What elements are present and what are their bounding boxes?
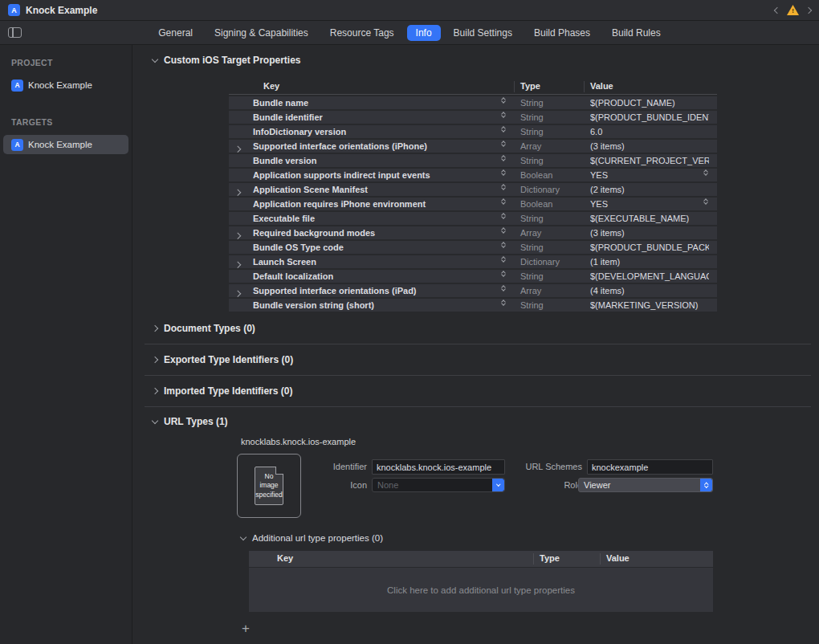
key-stepper-icon[interactable] (502, 257, 505, 262)
property-type[interactable]: String (520, 214, 544, 223)
table-row[interactable]: Bundle OS Type codeString$(PRODUCT_BUNDL… (229, 241, 717, 254)
key-stepper-icon[interactable] (502, 141, 505, 146)
property-type[interactable]: Dictionary (520, 185, 560, 194)
value-stepper-icon[interactable] (704, 170, 707, 175)
property-type[interactable]: String (520, 98, 544, 108)
table-row[interactable]: Application requires iPhone environmentB… (229, 198, 717, 210)
property-value[interactable]: $(PRODUCT_BUNDLE_IDENT (590, 112, 709, 122)
value-stepper-icon[interactable] (704, 199, 707, 204)
section-title: URL Types (1) (164, 416, 228, 427)
table-row[interactable]: Bundle nameString$(PRODUCT_NAME) (229, 96, 717, 109)
property-value[interactable]: (3 items) (590, 228, 709, 238)
key-stepper-icon[interactable] (502, 98, 505, 103)
property-value[interactable]: $(PRODUCT_BUNDLE_PACKA (590, 243, 709, 252)
key-stepper-icon[interactable] (502, 170, 505, 175)
table-row[interactable]: Bundle versionString$(CURRENT_PROJECT_VE… (229, 154, 717, 167)
disclosure-icon[interactable] (235, 186, 240, 196)
icon-dropdown[interactable]: None (372, 478, 505, 492)
property-value[interactable]: $(CURRENT_PROJECT_VERS (590, 156, 709, 165)
table-row[interactable]: Supported interface orientations (iPhone… (229, 140, 717, 153)
property-value[interactable]: $(EXECUTABLE_NAME) (590, 214, 709, 223)
warning-icon[interactable]: ! (787, 5, 799, 15)
table-row[interactable]: Required background modesArray(3 items) (229, 226, 717, 239)
table-row[interactable]: Bundle identifierString$(PRODUCT_BUNDLE_… (229, 111, 717, 124)
sidebar-toggle-icon[interactable] (8, 27, 22, 38)
property-type[interactable]: String (520, 271, 544, 281)
key-stepper-icon[interactable] (502, 286, 505, 291)
tab-build-rules[interactable]: Build Rules (603, 25, 670, 41)
property-value[interactable]: $(MARKETING_VERSION) (590, 300, 709, 310)
section-exported-type-identifiers[interactable]: Exported Type Identifiers (0) (145, 344, 811, 376)
property-type[interactable]: Array (520, 286, 541, 296)
property-type[interactable]: String (520, 156, 544, 165)
property-value[interactable]: (1 item) (590, 257, 709, 267)
property-type[interactable]: String (520, 127, 544, 137)
property-type[interactable]: String (520, 300, 544, 310)
identifier-field[interactable] (372, 459, 505, 475)
key-stepper-icon[interactable] (502, 214, 505, 218)
image-placeholder-text: No image specified (238, 454, 300, 517)
property-value[interactable]: (4 items) (590, 286, 709, 296)
section-imported-type-identifiers[interactable]: Imported Type Identifiers (0) (145, 376, 811, 407)
section-title: Imported Type Identifiers (0) (164, 385, 292, 397)
tab-general[interactable]: General (149, 25, 202, 41)
column-header-value: Value (590, 81, 613, 91)
tab-build-settings[interactable]: Build Settings (445, 25, 521, 41)
key-stepper-icon[interactable] (502, 156, 505, 161)
section-url-types-header[interactable]: URL Types (1) (153, 415, 819, 428)
key-stepper-icon[interactable] (502, 228, 505, 233)
disclosure-icon[interactable] (235, 287, 240, 297)
disclosure-icon[interactable] (235, 230, 240, 239)
add-property-area[interactable]: Click here to add additional url type pr… (249, 568, 713, 612)
table-row[interactable]: Supported interface orientations (iPad)A… (229, 284, 717, 297)
property-value[interactable]: $(PRODUCT_NAME) (590, 98, 709, 108)
table-row[interactable]: Default localizationString$(DEVELOPMENT_… (229, 270, 717, 283)
section-custom-props-header[interactable]: Custom iOS Target Properties (153, 54, 819, 67)
property-value[interactable]: (3 items) (590, 141, 709, 151)
table-row[interactable]: Executable fileString$(EXECUTABLE_NAME) (229, 212, 717, 225)
disclosure-icon[interactable] (235, 259, 240, 268)
project-icon: A (11, 79, 23, 92)
back-icon[interactable] (775, 8, 780, 13)
url-schemes-field[interactable] (587, 459, 713, 475)
tab-signing-capabilities[interactable]: Signing & Capabilities (206, 25, 317, 41)
key-stepper-icon[interactable] (502, 271, 505, 276)
table-row[interactable]: Application supports indirect input even… (229, 169, 717, 181)
property-type[interactable]: Boolean (520, 170, 552, 180)
property-key: Bundle name (253, 98, 308, 108)
section-document-types[interactable]: Document Types (0) (145, 313, 811, 344)
key-stepper-icon[interactable] (502, 185, 505, 190)
add-url-type-button[interactable]: + (242, 621, 256, 637)
key-stepper-icon[interactable] (502, 300, 505, 305)
key-stepper-icon[interactable] (502, 243, 505, 247)
sidebar-item-target[interactable]: A Knock Example (3, 135, 128, 154)
role-popup[interactable]: Viewer (578, 478, 713, 492)
property-type[interactable]: Dictionary (520, 257, 560, 267)
property-value[interactable]: YES (590, 170, 709, 180)
key-stepper-icon[interactable] (502, 127, 505, 132)
tab-resource-tags[interactable]: Resource Tags (321, 25, 403, 41)
property-type[interactable]: String (520, 243, 544, 252)
property-type[interactable]: Boolean (520, 199, 552, 209)
key-stepper-icon[interactable] (502, 199, 505, 204)
tab-info[interactable]: Info (407, 25, 441, 41)
property-value[interactable]: 6.0 (590, 127, 709, 137)
tab-build-phases[interactable]: Build Phases (525, 25, 599, 41)
key-stepper-icon[interactable] (502, 112, 505, 117)
url-type-image-well[interactable]: No image specified (237, 454, 301, 518)
property-type[interactable]: String (520, 112, 544, 122)
property-value[interactable]: YES (590, 199, 709, 209)
disclosure-icon[interactable] (235, 143, 240, 153)
table-row[interactable]: Bundle version string (short)String$(MAR… (229, 299, 717, 312)
property-value[interactable]: $(DEVELOPMENT_LANGUAG (590, 271, 709, 281)
property-value[interactable]: (2 items) (590, 185, 709, 194)
additional-props-header[interactable]: Additional url type properties (0) (241, 532, 719, 544)
table-row[interactable]: Application Scene ManifestDictionary(2 i… (229, 183, 717, 196)
property-type[interactable]: Array (520, 141, 541, 151)
table-row[interactable]: Launch ScreenDictionary(1 item) (229, 255, 717, 268)
table-row[interactable]: InfoDictionary versionString6.0 (229, 125, 717, 138)
forward-icon[interactable] (806, 8, 811, 13)
additional-props-table-header: Key Type Value (249, 551, 713, 567)
sidebar-item-project[interactable]: A Knock Example (3, 75, 128, 95)
property-type[interactable]: Array (520, 228, 541, 238)
